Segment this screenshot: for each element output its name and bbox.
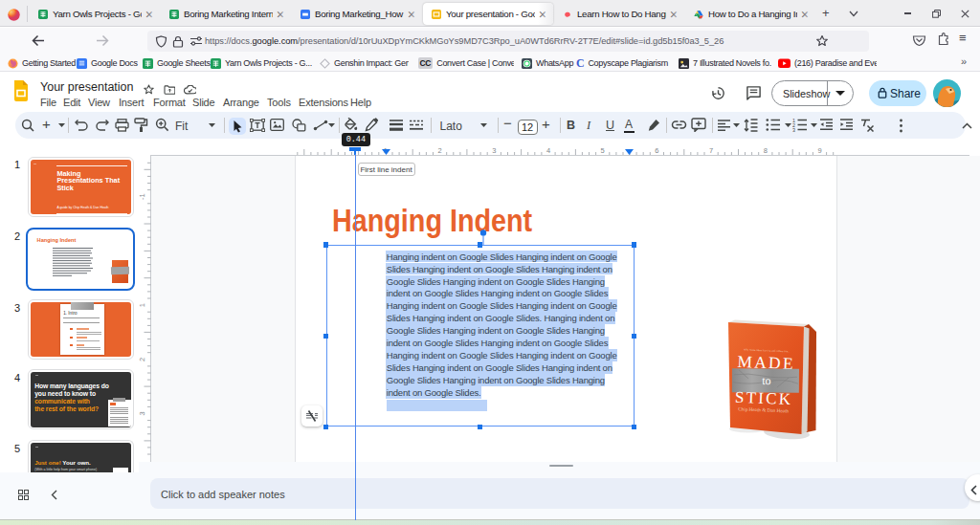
svg-text:6: 6: [655, 146, 658, 155]
svg-text:5: 5: [601, 146, 605, 155]
svg-text:7: 7: [709, 146, 713, 155]
svg-text:3: 3: [139, 411, 146, 415]
svg-text:2: 2: [438, 146, 442, 155]
svg-text:to: to: [762, 374, 770, 387]
svg-text:4: 4: [546, 146, 550, 155]
svg-text:2: 2: [139, 358, 146, 361]
svg-text:3: 3: [792, 127, 795, 132]
svg-text:3: 3: [492, 146, 496, 155]
svg-text:9: 9: [817, 146, 821, 155]
svg-text:-1: -1: [139, 193, 146, 200]
svg-text:1: 1: [139, 303, 146, 307]
svg-text:8: 8: [764, 146, 768, 155]
